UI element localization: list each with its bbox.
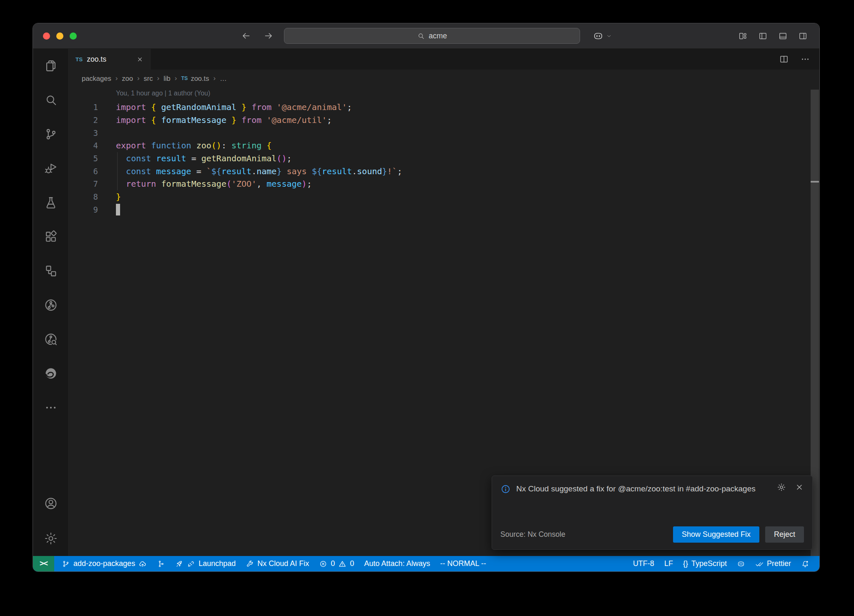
nav-history	[241, 23, 274, 48]
info-icon	[500, 484, 511, 494]
rocket-icon	[175, 560, 183, 568]
breadcrumb: packages›zoo›src›lib›TSzoo.ts›…	[69, 70, 819, 87]
notification-settings-icon[interactable]	[777, 483, 786, 492]
status-item-auto-attach[interactable]: Auto Attach: Always	[359, 556, 435, 571]
activity-bar-item-gitlens[interactable]	[33, 288, 68, 322]
inline-blame: You, 1 hour ago | 1 author (You)	[116, 90, 210, 97]
status-item-end-of-line[interactable]: LF	[659, 556, 678, 571]
toggle-primary-sidebar-icon[interactable]	[758, 31, 768, 41]
chevron-down-icon	[606, 33, 612, 39]
window-controls	[43, 23, 77, 48]
status-item-git-branch[interactable]: add-zoo-packages	[57, 556, 152, 571]
tab-zoo-ts[interactable]: TS zoo.ts	[69, 49, 151, 70]
status-item-nx-cloud-ai-fix[interactable]: Nx Cloud AI Fix	[241, 556, 314, 571]
code-line[interactable]: 4export function zoo(): string {	[69, 139, 809, 152]
status-item-gitlens-launchpad[interactable]: Launchpad	[170, 556, 241, 571]
line-number: 3	[69, 128, 98, 138]
customize-layout-icon[interactable]	[738, 31, 748, 41]
code-line[interactable]: 5 const result = getRandomAnimal();	[69, 152, 809, 165]
status-item-label: LF	[664, 559, 673, 568]
status-item-vim-mode[interactable]: -- NORMAL --	[435, 556, 491, 571]
breadcrumb-separator: ›	[175, 74, 177, 83]
command-center-text: acme	[429, 32, 447, 40]
breadcrumb-item[interactable]: …	[220, 75, 227, 83]
breadcrumb-item[interactable]: packages	[82, 75, 111, 83]
copilot-icon	[737, 560, 745, 568]
code-text: }	[98, 192, 121, 202]
back-icon[interactable]	[241, 30, 251, 41]
reject-button[interactable]: Reject	[765, 526, 804, 543]
editor-actions	[779, 49, 819, 70]
status-item-language-mode[interactable]: {}TypeScript	[678, 556, 732, 571]
code-line[interactable]: 3	[69, 126, 809, 139]
activity-bar-item-manage-settings[interactable]	[33, 521, 68, 556]
source-control-icon	[44, 127, 58, 141]
forward-icon[interactable]	[263, 30, 274, 41]
activity-bar-item-search[interactable]	[33, 83, 68, 117]
notification-actions	[777, 483, 804, 492]
show-suggested-fix-button[interactable]: Show Suggested Fix	[673, 526, 759, 543]
close-tab-icon[interactable]	[136, 56, 143, 63]
testing-icon	[44, 195, 58, 210]
code-text: export function zoo(): string {	[98, 140, 271, 150]
activity-bar-item-testing[interactable]	[33, 185, 68, 220]
additional-views-icon	[44, 401, 58, 415]
edge-devtools-icon	[44, 366, 58, 381]
status-item-copilot-status[interactable]	[732, 556, 750, 571]
zoom-window-button[interactable]	[70, 33, 77, 40]
activity-bar-item-source-control[interactable]	[33, 117, 68, 151]
code-line[interactable]: 6 const message = `${result.name} says $…	[69, 165, 809, 178]
activity-bar-item-additional-views[interactable]	[33, 391, 68, 425]
breadcrumb-separator: ›	[137, 74, 140, 83]
status-item-formatter-prettier[interactable]: Prettier	[750, 556, 796, 571]
code-line[interactable]: 8}	[69, 190, 809, 203]
code-area[interactable]: 1import { getRandomAnimal } from '@acme/…	[69, 101, 809, 216]
code-line[interactable]: 2import { formatMessage } from '@acme/ut…	[69, 114, 809, 127]
accounts-icon	[44, 496, 58, 511]
extensions-icon	[44, 230, 58, 244]
status-item-encoding[interactable]: UTF-8	[628, 556, 659, 571]
copilot-menu[interactable]	[593, 23, 612, 48]
split-editor-icon[interactable]	[779, 54, 789, 64]
status-item-remote-indicator[interactable]: ><	[33, 556, 54, 571]
breadcrumb-separator: ›	[157, 74, 160, 83]
breadcrumb-item[interactable]: lib	[163, 75, 171, 83]
bell-dot-icon	[801, 560, 809, 568]
activity-bar-item-nx-console[interactable]	[33, 254, 68, 288]
toggle-secondary-sidebar-icon[interactable]	[798, 31, 808, 41]
activity-bar-item-edge-devtools[interactable]	[33, 356, 68, 391]
breadcrumb-item[interactable]: zoo	[122, 75, 133, 83]
breadcrumb-item[interactable]: TSzoo.ts	[181, 75, 209, 83]
overview-ruler-cursor-marker	[811, 181, 819, 183]
status-item-label: {}	[683, 559, 688, 568]
line-number: 8	[69, 192, 98, 201]
activity-bar-item-accounts[interactable]	[33, 486, 68, 521]
code-line[interactable]: 9	[69, 203, 809, 216]
notification-close-icon[interactable]	[795, 483, 804, 492]
activity-bar-item-run-and-debug[interactable]	[33, 151, 68, 185]
activity-bar-item-gitlens-inspect[interactable]	[33, 322, 68, 356]
status-item-commit-graph[interactable]	[152, 556, 170, 571]
title-bar: acme	[33, 23, 819, 49]
double-check-icon	[755, 560, 764, 568]
breadcrumb-label: lib	[163, 75, 171, 83]
status-item-label: -- NORMAL --	[440, 559, 486, 568]
code-line[interactable]: 7 return formatMessage('ZOO', message);	[69, 178, 809, 190]
minimize-window-button[interactable]	[56, 33, 63, 40]
status-item-notifications-bell[interactable]	[796, 556, 814, 571]
gitlens-icon	[44, 298, 58, 312]
breadcrumb-label: src	[144, 75, 153, 83]
tab-bar: TS zoo.ts	[69, 49, 819, 70]
activity-bar-item-explorer[interactable]	[33, 49, 68, 83]
status-item-label: Launchpad	[198, 559, 236, 568]
code-line[interactable]: 1import { getRandomAnimal } from '@acme/…	[69, 101, 809, 114]
activity-bar-item-extensions[interactable]	[33, 220, 68, 254]
more-editor-actions-icon[interactable]	[800, 54, 810, 64]
layout-controls	[738, 23, 808, 48]
close-window-button[interactable]	[43, 33, 50, 40]
toggle-panel-icon[interactable]	[778, 31, 788, 41]
breadcrumb-item[interactable]: src	[144, 75, 153, 83]
status-item-problems[interactable]: 00	[314, 556, 359, 571]
cloud-upload-icon	[138, 560, 147, 568]
command-center[interactable]: acme	[284, 28, 580, 44]
